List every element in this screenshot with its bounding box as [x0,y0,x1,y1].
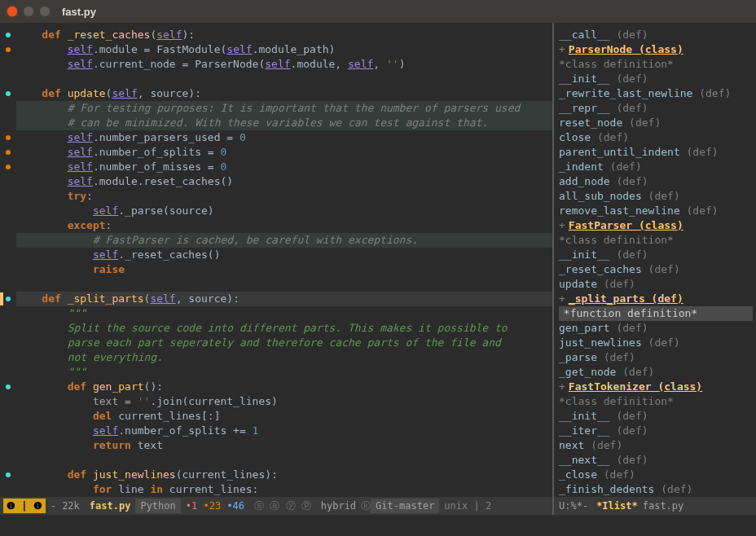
modeline-ilist: *Ilist* [596,500,638,512]
code-line[interactable]: parse each part seperately and therefore… [16,336,552,350]
outline-item[interactable]: +FastParser (class) [559,218,753,233]
modeline-flycheck: •1 •23 •46 [181,500,249,512]
outline-item[interactable]: __init__ (def) [559,248,753,262]
code-line[interactable]: del current_lines[:] [16,409,552,424]
outline-item[interactable]: _rewrite_last_newline (def) [559,86,753,101]
outline-item[interactable]: gen_part (def) [559,321,753,336]
editor-wrap: def _reset_caches(self): self.module = F… [0,23,756,497]
outline-item[interactable]: +_split_parts (def) [559,292,753,306]
modeline-indicator-2: ⓚ [361,499,371,513]
outline-item[interactable]: __iter__ (def) [559,424,753,438]
code-line[interactable]: """ [16,365,552,380]
code-line[interactable] [16,453,552,468]
modeline-vcs: Git-master [371,499,439,513]
modeline-encoding: unix | 2 [439,500,496,512]
outline-item[interactable]: _finish_dedents (def) [559,482,753,497]
modeline-row: ❶ | ❶ - 22k fast.py Python •1 •23 •46 ⓢ … [0,497,756,515]
code-pane[interactable]: def _reset_caches(self): self.module = F… [0,23,552,497]
outline-item[interactable]: just_newlines (def) [559,336,753,350]
outline-item[interactable]: _get_node (def) [559,365,753,380]
modeline-warn-badge: ❶ | ❶ [3,499,46,513]
code-line[interactable]: try: [16,189,552,204]
minimize-icon[interactable] [23,6,34,17]
code-line[interactable]: not everything. [16,350,552,365]
outline-item[interactable]: _indent (def) [559,160,753,174]
code-line[interactable]: self._reset_caches() [16,248,552,262]
code-line[interactable]: self.current_node = ParserNode(self.modu… [16,57,552,72]
outline-item[interactable]: __repr__ (def) [559,101,753,116]
code-line[interactable]: self.module.reset_caches() [16,174,552,189]
minibuffer[interactable] [0,515,756,536]
outline-item[interactable]: _parse (def) [559,350,753,365]
code-line[interactable]: def _reset_caches(self): [16,28,552,42]
code-line[interactable]: raise [16,262,552,277]
modeline-filename: fast.py [85,500,136,512]
code-line[interactable]: """ [16,306,552,321]
outline-item[interactable]: +ParserNode (class) [559,42,753,57]
outline-item[interactable]: next (def) [559,438,753,453]
modeline-major-mode: Python [135,499,180,513]
code-line[interactable] [16,72,552,86]
modeline-hybrid: hybrid [316,500,361,512]
outline-item[interactable]: *class definition* [559,233,753,248]
gutter [0,28,16,497]
code-line[interactable]: return text [16,438,552,453]
code-line[interactable]: # For testing purposes: It is important … [16,101,552,116]
outline-item[interactable]: all_sub_nodes (def) [559,189,753,204]
maximize-icon[interactable] [39,6,51,17]
outline-item[interactable]: +FastTokenizer (class) [559,380,753,394]
outline-item[interactable]: reset_node (def) [559,116,753,130]
code-line[interactable]: Split the source code into different par… [16,321,552,336]
code-line[interactable]: self.number_of_splits += 1 [16,424,552,438]
code-line[interactable]: self.module = FastModule(self.module_pat… [16,42,552,57]
code-line[interactable]: for line in current_lines: [16,482,552,497]
modeline-indicators: ⓢ ⓐ ⓨ ⓟ [249,499,316,513]
outline-pane[interactable]: __call__ (def)+ParserNode (class) *class… [552,23,756,497]
modeline-right-prefix: U:%*- [559,500,588,512]
outline-item[interactable]: add_node (def) [559,174,753,189]
code-line[interactable]: except: [16,218,552,233]
code-line[interactable]: # FastParser is cached, be careful with … [16,233,552,248]
outline-item[interactable]: remove_last_newline (def) [559,204,753,218]
modeline-size: - 22k [46,500,85,512]
outline-item[interactable]: __call__ (def) [559,28,753,42]
code-line[interactable] [16,277,552,292]
code-line[interactable]: self.number_parsers_used = 0 [16,130,552,145]
code-line[interactable]: def update(self, source): [16,86,552,101]
code-area[interactable]: def _reset_caches(self): self.module = F… [16,28,552,497]
outline-item[interactable]: update (def) [559,277,753,292]
outline-item[interactable]: __init__ (def) [559,409,753,424]
window-controls [7,6,51,17]
code-line[interactable]: self.number_of_misses = 0 [16,160,552,174]
modeline-left[interactable]: ❶ | ❶ - 22k fast.py Python •1 •23 •46 ⓢ … [0,497,552,515]
code-line[interactable]: text = ''.join(current_lines) [16,394,552,409]
close-icon[interactable] [7,6,18,17]
outline-item[interactable]: __init__ (def) [559,72,753,86]
outline-item[interactable]: close (def) [559,130,753,145]
outline-item[interactable]: _reset_caches (def) [559,262,753,277]
outline-item[interactable]: parent_until_indent (def) [559,145,753,160]
modeline-right[interactable]: U:%*- *Ilist* fast.py [552,497,756,515]
titlebar: fast.py [0,0,756,23]
modeline-right-file: fast.py [643,500,684,512]
code-line[interactable]: self._parse(source) [16,204,552,218]
code-line[interactable]: def gen_part(): [16,380,552,394]
code-line[interactable]: def just_newlines(current_lines): [16,468,552,482]
code-line[interactable]: self.number_of_splits = 0 [16,145,552,160]
outline-item[interactable]: *class definition* [559,394,753,409]
outline-item[interactable]: *function definition* [559,306,753,321]
outline-item[interactable]: __next__ (def) [559,453,753,468]
code-line[interactable]: def _split_parts(self, source): [16,292,552,306]
outline-item[interactable]: _close (def) [559,468,753,482]
code-line[interactable]: # can be minimized. With these variables… [16,116,552,130]
window-title: fast.py [62,6,96,18]
outline-item[interactable]: *class definition* [559,57,753,72]
